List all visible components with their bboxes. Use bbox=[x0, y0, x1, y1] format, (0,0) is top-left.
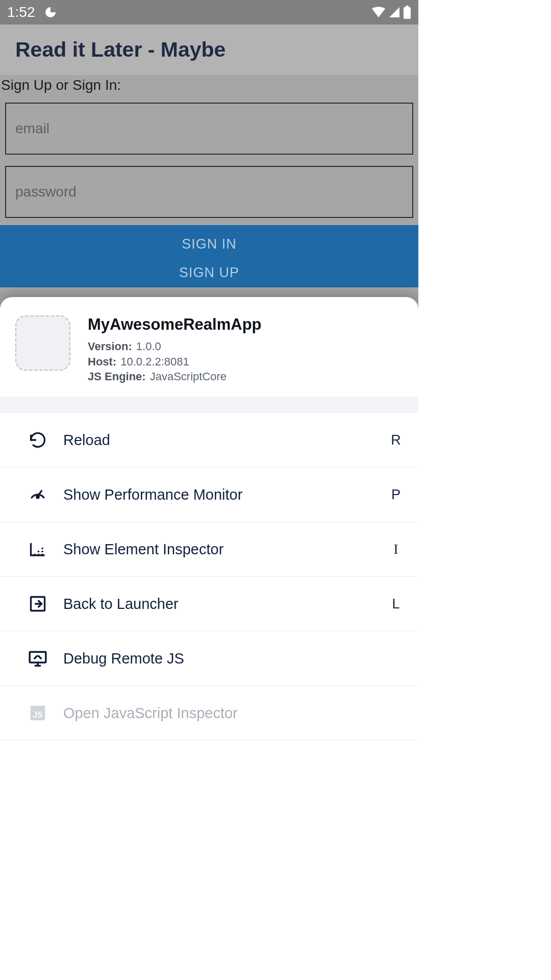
sign-up-button[interactable]: SIGN UP bbox=[0, 263, 418, 287]
dev-host-row: Host:10.0.2.2:8081 bbox=[88, 354, 262, 370]
wifi-icon bbox=[371, 7, 386, 18]
sign-in-button[interactable]: SIGN IN bbox=[0, 225, 418, 263]
menu-item-label: Reload bbox=[63, 432, 373, 449]
menu-item-open-js-inspector[interactable]: JS Open JavaScript Inspector bbox=[0, 686, 418, 741]
cell-signal-icon bbox=[389, 7, 400, 18]
inspector-icon bbox=[28, 539, 48, 559]
dev-engine-row: JS Engine:JavaScriptCore bbox=[88, 369, 262, 384]
battery-icon bbox=[403, 6, 411, 19]
dev-menu-sheet: MyAwesomeRealmApp Version:1.0.0 Host:10.… bbox=[0, 297, 418, 743]
status-bar: 1:52 bbox=[0, 0, 418, 24]
monitor-debug-icon bbox=[28, 648, 48, 669]
email-placeholder: email bbox=[15, 120, 49, 137]
menu-item-debug-remote-js[interactable]: Debug Remote JS bbox=[0, 631, 418, 686]
menu-item-shortcut: R bbox=[389, 432, 403, 448]
gauge-icon bbox=[28, 484, 48, 505]
password-placeholder: password bbox=[15, 184, 77, 200]
status-app-indicator-icon bbox=[44, 6, 57, 18]
menu-item-label: Open JavaScript Inspector bbox=[63, 705, 373, 722]
exit-icon bbox=[28, 594, 48, 614]
app-title: Read it Later - Maybe bbox=[15, 38, 403, 62]
menu-item-shortcut: L bbox=[389, 596, 403, 612]
dev-menu-list: Reload R Show Performance Monitor P Show… bbox=[0, 413, 418, 741]
sign-in-up-label: Sign Up or Sign In: bbox=[0, 75, 418, 95]
password-field[interactable]: password bbox=[5, 166, 413, 218]
menu-item-perf-monitor[interactable]: Show Performance Monitor P bbox=[0, 468, 418, 522]
menu-item-reload[interactable]: Reload R bbox=[0, 413, 418, 468]
menu-item-label: Show Performance Monitor bbox=[63, 486, 373, 503]
reload-icon bbox=[28, 430, 48, 450]
svg-rect-2 bbox=[404, 7, 411, 19]
dev-menu-divider bbox=[0, 397, 418, 413]
menu-item-shortcut: P bbox=[389, 487, 403, 503]
app-icon-placeholder bbox=[15, 315, 70, 371]
menu-item-back-to-launcher[interactable]: Back to Launcher L bbox=[0, 577, 418, 631]
js-icon: JS bbox=[28, 703, 48, 723]
svg-rect-1 bbox=[406, 6, 409, 7]
dev-menu-header: MyAwesomeRealmApp Version:1.0.0 Host:10.… bbox=[0, 297, 418, 397]
menu-item-element-inspector[interactable]: Show Element Inspector I bbox=[0, 522, 418, 577]
app-title-bar: Read it Later - Maybe bbox=[0, 24, 418, 75]
status-clock: 1:52 bbox=[7, 4, 35, 20]
svg-point-3 bbox=[37, 496, 39, 498]
svg-rect-5 bbox=[30, 652, 46, 663]
svg-text:JS: JS bbox=[33, 710, 42, 719]
menu-item-label: Show Element Inspector bbox=[63, 541, 373, 558]
email-field[interactable]: email bbox=[5, 103, 413, 155]
dev-version-row: Version:1.0.0 bbox=[88, 339, 262, 354]
menu-item-label: Back to Launcher bbox=[63, 596, 373, 612]
menu-item-shortcut: I bbox=[389, 542, 403, 557]
dev-app-name: MyAwesomeRealmApp bbox=[88, 315, 262, 334]
menu-item-label: Debug Remote JS bbox=[63, 650, 373, 667]
